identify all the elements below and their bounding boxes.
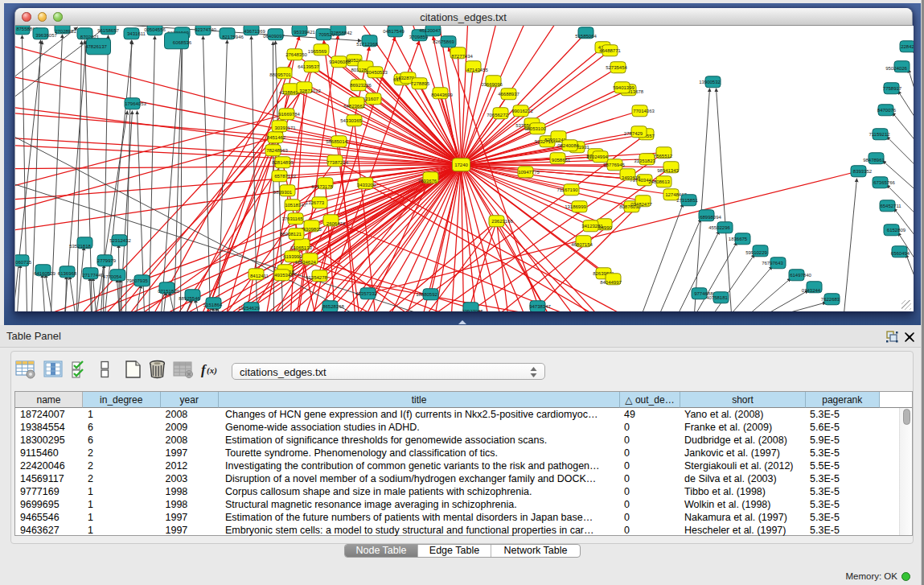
svg-text:2606474: 2606474	[326, 220, 345, 225]
svg-text:7758917: 7758917	[882, 85, 901, 90]
svg-text:24808613: 24808613	[648, 179, 670, 183]
svg-text:98941343: 98941343	[657, 167, 679, 172]
svg-text:7622683: 7622683	[820, 296, 840, 301]
svg-text:61939909: 61939909	[283, 253, 305, 258]
svg-text:98478961: 98478961	[863, 157, 885, 162]
svg-text:10947775: 10947775	[518, 169, 540, 174]
svg-text:52735454: 52735454	[606, 64, 627, 69]
svg-text:19254629: 19254629	[238, 305, 260, 310]
svg-text:65787133: 65787133	[274, 173, 296, 178]
svg-text:51712368: 51712368	[356, 41, 378, 46]
svg-text:98776945: 98776945	[603, 162, 625, 167]
svg-text:49353487: 49353487	[274, 272, 296, 277]
svg-text:46688937: 46688937	[498, 91, 519, 96]
svg-text:07151820: 07151820	[158, 288, 179, 293]
svg-text:68998094: 68998094	[700, 214, 721, 219]
svg-text:46488771: 46488771	[599, 47, 621, 52]
svg-text:59910229: 59910229	[745, 249, 767, 254]
svg-text:77387214: 77387214	[326, 159, 348, 164]
svg-text:40758181: 40758181	[706, 295, 728, 299]
svg-text:84044997: 84044997	[600, 279, 622, 284]
svg-text:6068536: 6068536	[172, 39, 191, 44]
svg-text:99016272: 99016272	[511, 108, 533, 113]
svg-text:94738347: 94738347	[529, 303, 551, 308]
svg-text:6060715: 6060715	[15, 259, 32, 264]
svg-text:7565512: 7565512	[653, 153, 672, 158]
svg-text:95024026: 95024026	[885, 65, 907, 70]
svg-text:27315851: 27315851	[676, 197, 698, 202]
svg-text:70656272: 70656272	[487, 112, 508, 117]
svg-text:42357332: 42357332	[355, 290, 377, 295]
svg-text:27648350: 27648350	[285, 51, 307, 56]
svg-text:7693676: 7693676	[417, 178, 437, 183]
svg-text:1326773: 1326773	[305, 200, 324, 204]
svg-text:8470076: 8470076	[877, 107, 896, 112]
svg-text:46120047: 46120047	[419, 27, 441, 32]
svg-text:0343244: 0343244	[801, 287, 820, 292]
svg-text:37631165: 37631165	[281, 216, 303, 220]
svg-text:32871012: 32871012	[299, 88, 321, 93]
svg-text:88925546: 88925546	[179, 295, 200, 300]
svg-text:8451462: 8451462	[266, 134, 285, 139]
svg-text:3493618: 3493618	[621, 175, 640, 179]
svg-text:52312432: 52312432	[109, 237, 131, 242]
svg-text:3431611: 3431611	[127, 31, 146, 35]
svg-text:32858842: 32858842	[331, 30, 352, 35]
svg-text:08240084: 08240084	[557, 142, 579, 147]
svg-text:03482477: 03482477	[630, 201, 652, 206]
svg-text:71159212: 71159212	[869, 131, 890, 136]
svg-text:8412411: 8412411	[250, 273, 269, 278]
svg-text:91669784: 91669784	[278, 111, 300, 116]
svg-text:8393352: 8393352	[852, 168, 872, 173]
svg-text:47143455: 47143455	[466, 67, 488, 72]
svg-text:64823662: 64823662	[343, 103, 365, 108]
svg-text:6136968: 6136968	[57, 270, 76, 275]
svg-text:13900532: 13900532	[699, 79, 721, 84]
svg-text:82175946: 82175946	[222, 34, 244, 39]
svg-text:6152809: 6152809	[886, 227, 906, 232]
svg-text:64160529: 64160529	[34, 270, 55, 275]
svg-text:95339421: 95339421	[294, 29, 315, 34]
svg-text:17240: 17240	[454, 162, 468, 167]
svg-text:13186999: 13186999	[565, 204, 586, 208]
svg-text:88208121: 88208121	[280, 231, 302, 236]
svg-text:00504556: 00504556	[144, 27, 166, 31]
svg-text:88095701: 88095701	[269, 72, 291, 76]
svg-text:65452711: 65452711	[880, 203, 901, 208]
svg-text:08053100: 08053100	[524, 126, 546, 130]
svg-text:31351823: 31351823	[634, 158, 655, 163]
svg-text:76797643: 76797643	[762, 260, 783, 265]
svg-text:23623166: 23623166	[491, 218, 513, 223]
svg-text:79807935: 79807935	[126, 278, 148, 282]
svg-text:1836675: 1836675	[728, 236, 747, 241]
svg-text:17964053: 17964053	[125, 101, 146, 105]
svg-text:47826137: 47826137	[85, 43, 107, 48]
svg-text:92374740: 92374740	[195, 27, 216, 31]
svg-text:18880592: 18880592	[416, 291, 437, 296]
svg-text:5151864: 5151864	[203, 302, 222, 307]
svg-text:82675869: 82675869	[433, 39, 454, 43]
svg-text:03669096: 03669096	[481, 81, 503, 86]
svg-text:4770054: 4770054	[102, 274, 121, 278]
svg-text:59401399: 59401399	[613, 84, 634, 89]
svg-text:51354278: 51354278	[306, 274, 327, 279]
svg-text:77014363: 77014363	[633, 108, 655, 113]
svg-text:34123281: 34123281	[581, 223, 603, 228]
svg-text:9839301: 9839301	[273, 189, 292, 194]
svg-text:54330365: 54330365	[340, 117, 362, 122]
svg-text:6560494: 6560494	[890, 250, 910, 255]
svg-text:22927065: 22927065	[462, 308, 483, 311]
svg-text:30391171: 30391171	[274, 125, 296, 130]
svg-text:53521818: 53521818	[69, 243, 91, 248]
svg-text:78248963: 78248963	[266, 147, 288, 152]
svg-text:71167190: 71167190	[556, 187, 578, 192]
svg-text:9058651: 9058651	[551, 157, 570, 162]
svg-text:2787429: 2787429	[623, 130, 643, 135]
svg-text:45502296: 45502296	[708, 225, 730, 229]
svg-text:46807154: 46807154	[571, 241, 593, 246]
svg-text:61497840: 61497840	[790, 272, 811, 277]
svg-text:27028951: 27028951	[55, 28, 76, 33]
svg-text:27177449: 27177449	[82, 272, 104, 277]
svg-text:2779979: 2779979	[97, 257, 116, 262]
svg-text:06409097: 06409097	[263, 33, 285, 38]
